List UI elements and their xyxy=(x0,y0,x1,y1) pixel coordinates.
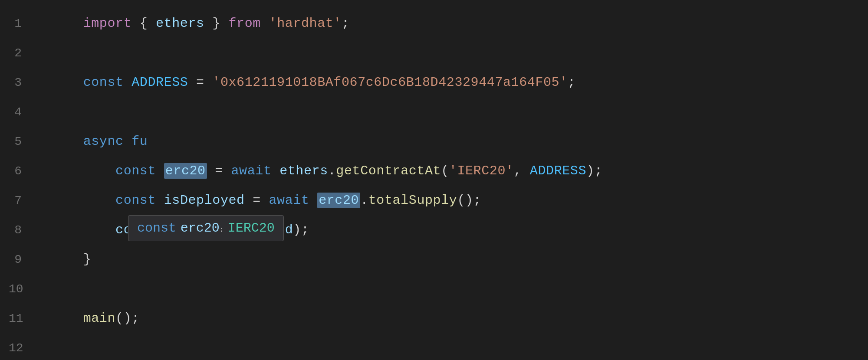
token-space-6 xyxy=(156,164,164,178)
token-erc20-6: erc20 xyxy=(164,163,207,179)
line-number-4: 4 xyxy=(9,105,35,119)
token-await-6: await xyxy=(231,164,272,178)
line-number-11: 11 xyxy=(9,312,35,325)
token-brace: { xyxy=(132,16,156,31)
token-dot-7: . xyxy=(360,193,368,208)
token-const-3: const xyxy=(83,75,124,90)
token-eq-3: = xyxy=(188,75,212,90)
code-line-1: 1 import { ethers } from 'hardhat'; xyxy=(0,9,868,38)
line-number-8: 8 xyxy=(9,223,35,237)
line-number-12: 12 xyxy=(9,341,35,355)
token-main: main xyxy=(83,311,115,326)
token-address: ADDRESS xyxy=(132,75,188,90)
token-ethers: ethers xyxy=(156,16,204,31)
tooltip-space xyxy=(176,226,181,234)
token-space-6b xyxy=(272,164,280,178)
token-space xyxy=(261,16,269,31)
token-indent-7 xyxy=(83,193,115,208)
token-space-5 xyxy=(124,134,132,149)
code-line-11: 11 main(); xyxy=(0,304,868,333)
token-const-6: const xyxy=(115,164,156,178)
token-dot-6: . xyxy=(328,164,336,178)
token-semi-8: ); xyxy=(293,223,309,237)
token-eq-6: = xyxy=(207,164,231,178)
token-semi-11: (); xyxy=(115,311,140,326)
token-address-value: '0x6121191018BAf067c6Dc6B18D42329447a164… xyxy=(212,75,568,90)
token-brace2: } xyxy=(204,16,229,31)
code-line-9: 9 } xyxy=(0,245,868,274)
line-number-1: 1 xyxy=(9,17,35,30)
tooltip-identifier: erc20 xyxy=(181,221,220,236)
line-number-10: 10 xyxy=(9,282,35,296)
line-number-7: 7 xyxy=(9,194,35,207)
token-fu: fu xyxy=(132,134,148,149)
line-number-9: 9 xyxy=(9,253,35,266)
token-isdeployed: isDeployed xyxy=(164,193,245,208)
token-import: import xyxy=(83,16,132,31)
token-address-6: ADDRESS xyxy=(530,164,586,178)
tooltip-type: IERC20 xyxy=(228,221,275,236)
token-await-7: await xyxy=(269,193,309,208)
token-from: from xyxy=(229,16,261,31)
token-getcontract: getContractAt xyxy=(336,164,441,178)
code-line-12: 12 xyxy=(0,333,868,360)
line-number-3: 3 xyxy=(9,76,35,89)
tooltip-colon: : xyxy=(220,226,228,234)
token-semi-7: (); xyxy=(457,193,481,208)
token-brace-close: } xyxy=(83,252,92,267)
token-ierc20-str: 'IERC20' xyxy=(449,164,514,178)
token-hardhat: 'hardhat' xyxy=(269,16,342,31)
token-totalsupply: totalSupply xyxy=(368,193,457,208)
token-erc20-7: erc20 xyxy=(317,193,360,208)
token-paren-6: ( xyxy=(441,164,449,178)
token-indent-8 xyxy=(83,223,115,237)
token-semi-3: ; xyxy=(568,75,576,90)
type-tooltip: const erc20: IERC20 xyxy=(128,215,284,241)
tooltip-const: const xyxy=(137,221,176,236)
token-semi-6: ); xyxy=(586,164,602,178)
token-eq-7: = xyxy=(245,193,269,208)
line-number-2: 2 xyxy=(9,46,35,60)
token-semi1: ; xyxy=(342,16,350,31)
code-editor: 1 import { ethers } from 'hardhat'; 2 3 … xyxy=(0,0,868,360)
line-number-6: 6 xyxy=(9,164,35,178)
token-async: async xyxy=(83,134,124,149)
line-number-5: 5 xyxy=(9,135,35,148)
token-ethers-6: ethers xyxy=(279,164,328,178)
token-indent-6 xyxy=(83,164,115,178)
code-line-3: 3 const ADDRESS = '0x6121191018BAf067c6D… xyxy=(0,68,868,97)
token-comma-6: , xyxy=(514,164,530,178)
token-const-7: const xyxy=(115,193,156,208)
token-space-3 xyxy=(124,75,132,90)
token-space-7b xyxy=(309,193,318,208)
token-space-7 xyxy=(156,193,164,208)
